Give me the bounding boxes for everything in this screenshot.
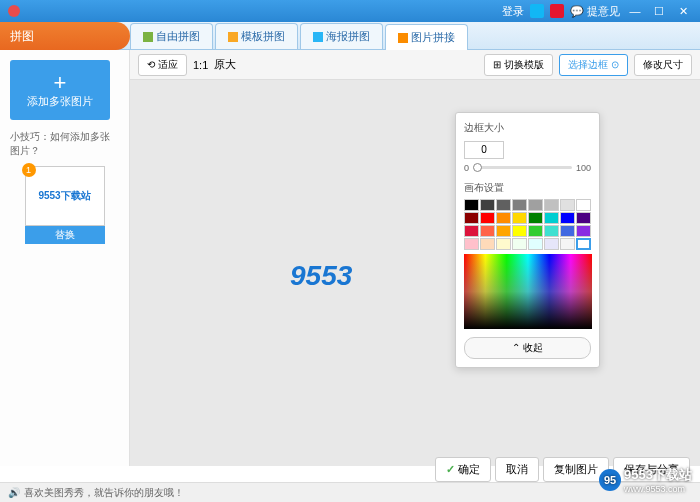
color-swatch[interactable] (544, 225, 559, 237)
statusbar: 🔊 喜欢美图秀秀，就告诉你的朋友哦！ (0, 482, 700, 502)
color-swatch[interactable] (560, 238, 575, 250)
color-swatch[interactable] (576, 199, 591, 211)
ok-button[interactable]: ✓确定 (435, 457, 491, 482)
color-swatch[interactable] (512, 212, 527, 224)
speaker-icon: 🔊 (8, 487, 20, 498)
replace-button[interactable]: 替换 (25, 226, 105, 244)
color-swatch[interactable] (496, 238, 511, 250)
weibo-icon[interactable] (550, 4, 564, 18)
color-swatch[interactable] (560, 212, 575, 224)
sidebar: + 添加多张图片 小技巧：如何添加多张图片？ 1 9553下载站 替换 (0, 50, 130, 466)
tab-icon (228, 32, 238, 42)
color-swatch[interactable] (480, 199, 495, 211)
plus-icon: + (54, 72, 67, 94)
color-swatch[interactable] (464, 212, 479, 224)
color-swatch[interactable] (512, 225, 527, 237)
watermark: 95 9553下载站 www.9553.com (599, 466, 692, 494)
color-swatch[interactable] (496, 225, 511, 237)
color-swatch[interactable] (496, 199, 511, 211)
modify-size-button[interactable]: 修改尺寸 (634, 54, 692, 76)
slider-thumb[interactable] (473, 163, 482, 172)
tab-stitch[interactable]: 图片拼接 (385, 24, 468, 50)
tip-text[interactable]: 小技巧：如何添加多张图片？ (10, 130, 119, 158)
color-swatch[interactable] (480, 212, 495, 224)
color-swatch[interactable] (576, 212, 591, 224)
zoom-ratio: 1:1 (193, 59, 208, 71)
check-icon: ✓ (446, 463, 455, 476)
feedback-link[interactable]: 💬 提意见 (570, 4, 620, 19)
thumb-content: 9553下载站 (38, 189, 90, 203)
chevron-up-icon: ⌃ (512, 342, 520, 353)
color-swatch[interactable] (464, 225, 479, 237)
color-swatch[interactable] (480, 238, 495, 250)
slider-max: 100 (576, 163, 591, 173)
tab-icon (143, 32, 153, 42)
zoom-original[interactable]: 原大 (214, 57, 236, 72)
tab-template[interactable]: 模板拼图 (215, 23, 298, 49)
color-swatch[interactable] (544, 212, 559, 224)
color-swatch[interactable] (576, 225, 591, 237)
color-swatch[interactable] (464, 238, 479, 250)
qq-icon[interactable] (530, 4, 544, 18)
switch-template-button[interactable]: ⊞ 切换模版 (484, 54, 553, 76)
color-swatch[interactable] (512, 199, 527, 211)
tab-poster[interactable]: 海报拼图 (300, 23, 383, 49)
color-swatch[interactable] (560, 225, 575, 237)
slider-min: 0 (464, 163, 469, 173)
app-icon (8, 5, 20, 17)
color-swatch[interactable] (528, 225, 543, 237)
main: + 添加多张图片 小技巧：如何添加多张图片？ 1 9553下载站 替换 ⟲ 适应… (0, 50, 700, 466)
color-swatch[interactable] (496, 212, 511, 224)
canvas-toolbar: ⟲ 适应 1:1 原大 ⊞ 切换模版 选择边框 ⊙ 修改尺寸 (130, 50, 700, 80)
thumbnail[interactable]: 1 9553下载站 (25, 166, 105, 226)
zoom-fit-button[interactable]: ⟲ 适应 (138, 54, 187, 76)
titlebar: 登录 💬 提意见 — ☐ ✕ (0, 0, 700, 22)
preview-image[interactable]: 9553 (290, 260, 352, 292)
canvas-content[interactable]: 9553 边框大小 0 100 画布设置 ⌃ 收起 (130, 80, 700, 466)
color-swatch[interactable] (544, 199, 559, 211)
minimize-button[interactable]: — (626, 5, 644, 17)
watermark-logo: 95 (599, 469, 621, 491)
collapse-button[interactable]: ⌃ 收起 (464, 337, 591, 359)
border-size-input[interactable] (464, 141, 504, 159)
color-swatch[interactable] (464, 199, 479, 211)
color-swatch[interactable] (528, 238, 543, 250)
border-size-label: 边框大小 (464, 121, 591, 135)
thumb-badge: 1 (22, 163, 36, 177)
close-button[interactable]: ✕ (674, 5, 692, 18)
tab-free[interactable]: 自由拼图 (130, 23, 213, 49)
color-swatch[interactable] (512, 238, 527, 250)
color-swatches (464, 199, 591, 250)
select-border-button[interactable]: 选择边框 ⊙ (559, 54, 628, 76)
color-swatch[interactable] (528, 212, 543, 224)
canvas-area: ⟲ 适应 1:1 原大 ⊞ 切换模版 选择边框 ⊙ 修改尺寸 9553 边框大小… (130, 50, 700, 466)
color-swatch[interactable] (480, 225, 495, 237)
color-swatch[interactable] (560, 199, 575, 211)
color-swatch[interactable] (528, 199, 543, 211)
tab-icon (398, 33, 408, 43)
gradient-picker[interactable] (464, 254, 592, 329)
border-size-slider[interactable] (473, 166, 572, 169)
tab-icon (313, 32, 323, 42)
login-link[interactable]: 登录 (502, 4, 524, 19)
add-images-button[interactable]: + 添加多张图片 (10, 60, 110, 120)
module-title: 拼图 (0, 22, 130, 50)
maximize-button[interactable]: ☐ (650, 5, 668, 18)
chevron-down-icon: ⊙ (611, 59, 619, 70)
canvas-settings-label: 画布设置 (464, 181, 591, 195)
color-swatch[interactable] (544, 238, 559, 250)
color-swatch[interactable] (576, 238, 591, 250)
cancel-button[interactable]: 取消 (495, 457, 539, 482)
border-panel: 边框大小 0 100 画布设置 ⌃ 收起 (455, 112, 600, 368)
